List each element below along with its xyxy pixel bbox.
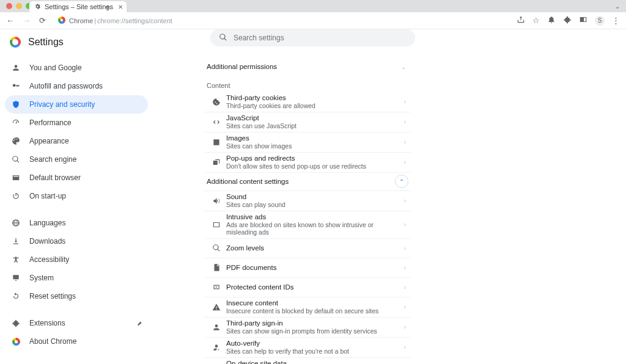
- sidebar-item-extensions[interactable]: Extensions⬈: [5, 314, 148, 332]
- sidebar-item-appearance[interactable]: Appearance: [5, 132, 148, 150]
- chevron-right-icon: ›: [404, 284, 408, 291]
- row-subtitle: Insecure content is blocked by default o…: [226, 307, 404, 315]
- extensions-icon[interactable]: [563, 15, 572, 26]
- notification-bell-icon[interactable]: [547, 15, 556, 26]
- chevron-right-icon: ›: [404, 245, 408, 252]
- address-bar[interactable]: Chrome | chrome://settings/content: [53, 16, 509, 25]
- image-icon: [207, 138, 226, 147]
- chevron-right-icon: ›: [404, 221, 408, 228]
- chevron-up-icon: ⌃: [399, 178, 404, 185]
- row-subtitle: Ads are blocked on sites known to show i…: [226, 221, 404, 236]
- globe-icon: [11, 219, 21, 227]
- shield-icon: [11, 100, 21, 109]
- search-icon: [11, 155, 21, 164]
- row-subtitle: Sites can use JavaScript: [226, 122, 404, 129]
- back-button[interactable]: ←: [6, 16, 14, 25]
- search-icon: [219, 33, 227, 43]
- sidebar-item-reset[interactable]: Reset settings: [5, 287, 148, 305]
- settings-sidebar: You and Google Autofill and passwords Pr…: [0, 55, 153, 364]
- row-subtitle: Sites can help to verify that you're not…: [226, 348, 404, 355]
- row-subtitle: Sites can show images: [226, 142, 404, 150]
- popup-icon: [207, 158, 226, 167]
- sidebar-item-privacy[interactable]: Privacy and security: [5, 95, 148, 114]
- sidepanel-icon[interactable]: [579, 15, 587, 26]
- sidebar-item-you-and-google[interactable]: You and Google: [5, 59, 148, 77]
- profile-avatar[interactable]: S: [595, 16, 605, 26]
- row-title: Insecure content: [226, 299, 404, 307]
- settings-search[interactable]: [210, 29, 415, 46]
- chevron-right-icon: ›: [404, 118, 408, 125]
- sidebar-item-system[interactable]: System: [5, 269, 148, 287]
- sidebar-item-default-browser[interactable]: Default browser: [5, 169, 148, 187]
- row-title: Additional content settings: [207, 178, 395, 185]
- row-pdf-documents[interactable]: PDF documents ›: [204, 258, 411, 277]
- chevron-right-icon: ›: [404, 344, 408, 351]
- chrome-logo-icon: [10, 37, 21, 48]
- window-titlebar: Settings – Site settings ✕ + ⌄: [0, 0, 626, 12]
- row-title: Third-party cookies: [226, 94, 404, 101]
- bookmark-icon[interactable]: ☆: [532, 16, 540, 25]
- row-title: Intrusive ads: [226, 213, 404, 220]
- row-auto-verify[interactable]: Auto-verifySites can help to verify that…: [204, 337, 411, 357]
- row-additional-content-settings[interactable]: Additional content settings ⌃: [204, 172, 411, 191]
- chrome-scheme-icon: [58, 16, 65, 25]
- sidebar-item-label: Autofill and passwords: [29, 82, 103, 90]
- collapse-button[interactable]: ⌃: [395, 175, 408, 188]
- zoom-icon: [207, 244, 226, 252]
- row-third-party-signin[interactable]: Third-party sign-inSites can show sign-i…: [204, 317, 411, 337]
- sidebar-item-label: Reset settings: [29, 292, 76, 300]
- share-icon[interactable]: [517, 15, 525, 26]
- row-additional-permissions[interactable]: Additional permissions ⌄: [204, 57, 411, 76]
- sidebar-item-label: System: [29, 274, 54, 282]
- tabstrip-dropdown-button[interactable]: ⌄: [615, 3, 620, 10]
- sidebar-item-startup[interactable]: On start-up: [5, 187, 148, 205]
- sidebar-item-autofill[interactable]: Autofill and passwords: [5, 77, 148, 95]
- ads-icon: [207, 220, 226, 229]
- settings-main: Additional permissions ⌄ Content Third-p…: [153, 55, 626, 364]
- signin-icon: [207, 323, 226, 332]
- row-title: JavaScript: [226, 114, 404, 122]
- row-subtitle: Don't allow sites to send pop-ups or use…: [226, 162, 404, 170]
- chevron-right-icon: ›: [404, 264, 408, 271]
- browser-menu-button[interactable]: ⋮: [612, 16, 620, 25]
- row-intrusive-ads[interactable]: Intrusive adsAds are blocked on sites kn…: [204, 211, 411, 238]
- close-tab-button[interactable]: ✕: [118, 4, 123, 10]
- row-insecure-content[interactable]: Insecure contentInsecure content is bloc…: [204, 297, 411, 317]
- download-icon: [11, 237, 21, 246]
- row-third-party-cookies[interactable]: Third-party cookiesThird-party cookies a…: [204, 92, 411, 112]
- sidebar-item-label: You and Google: [29, 64, 82, 72]
- sidebar-item-performance[interactable]: Performance: [5, 114, 148, 132]
- sidebar-item-accessibility[interactable]: Accessibility: [5, 250, 148, 269]
- sidebar-item-label: Downloads: [29, 237, 65, 246]
- close-window-button[interactable]: [6, 3, 12, 9]
- row-zoom-levels[interactable]: Zoom levels ›: [204, 238, 411, 258]
- row-popups[interactable]: Pop-ups and redirectsDon't allow sites t…: [204, 152, 411, 172]
- sidebar-item-label: On start-up: [29, 192, 66, 200]
- sidebar-item-search-engine[interactable]: Search engine: [5, 150, 148, 169]
- sidebar-item-label: Search engine: [29, 155, 76, 164]
- row-sound[interactable]: SoundSites can play sound ›: [204, 191, 411, 211]
- reload-button[interactable]: ⟳: [39, 16, 46, 25]
- row-protected-content[interactable]: Protected content IDs ›: [204, 277, 411, 297]
- settings-search-input[interactable]: [234, 34, 407, 42]
- row-images[interactable]: ImagesSites can show images ›: [204, 132, 411, 152]
- puzzle-icon: [11, 319, 21, 327]
- row-title: Images: [226, 134, 404, 142]
- new-tab-button[interactable]: +: [103, 2, 112, 12]
- sidebar-item-downloads[interactable]: Downloads: [5, 232, 148, 250]
- row-subtitle: Sites can play sound: [226, 201, 404, 208]
- verify-icon: [207, 343, 226, 352]
- row-title: Third-party sign-in: [226, 319, 404, 327]
- appearance-icon: [11, 137, 21, 145]
- sidebar-item-about[interactable]: About Chrome: [5, 332, 148, 351]
- row-javascript[interactable]: JavaScriptSites can use JavaScript ›: [204, 112, 411, 132]
- forward-button[interactable]: →: [23, 16, 31, 25]
- code-icon: [207, 118, 226, 126]
- sound-icon: [207, 197, 226, 205]
- settings-gear-icon: [34, 3, 41, 11]
- minimize-window-button[interactable]: [16, 3, 22, 9]
- sidebar-item-languages[interactable]: Languages: [5, 214, 148, 232]
- external-link-icon: ⬈: [137, 320, 142, 327]
- sidebar-item-label: Accessibility: [29, 255, 69, 264]
- row-on-device-site-data[interactable]: On-device site dataSites can save data o…: [204, 357, 411, 364]
